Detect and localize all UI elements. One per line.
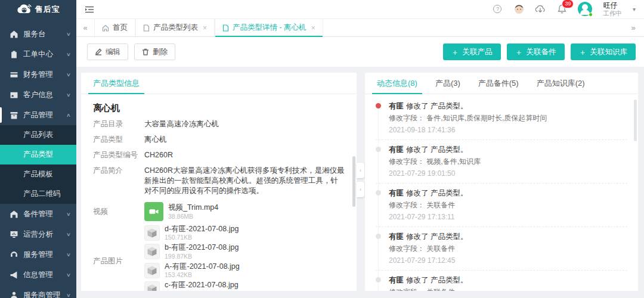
user-menu[interactable]: 旺仔 工作中 bbox=[603, 2, 622, 17]
timeline-dot bbox=[376, 103, 381, 108]
sidebar-nav: 服务台 ∨ 工单中心 ∨ 财务管理 ∨ 客户信息 ∨ 产品管理 bbox=[0, 19, 76, 298]
file-name[interactable]: A-有匪-2021-07-08.jpg bbox=[165, 262, 240, 271]
sidebar-subitem-product-qrcode[interactable]: 产品二维码 bbox=[0, 184, 76, 204]
sidebar-item-spare-parts[interactable]: 备件管理 ∨ bbox=[0, 204, 76, 224]
tab-products[interactable]: 产品(3) bbox=[435, 73, 460, 94]
activity-item: 有匪修改了 产品类型。 修改字段： 视频,备件,知识库 2021-07-29 1… bbox=[376, 145, 627, 184]
tab-spare-parts[interactable]: 产品备件(5) bbox=[478, 73, 519, 94]
activity-action: 修改了 产品类型。 bbox=[406, 232, 467, 241]
clipboard-icon bbox=[10, 50, 18, 58]
brand-name: 售后宝 bbox=[35, 4, 60, 15]
field-row: 产品类型编号CH260R bbox=[93, 150, 345, 160]
sidebar-item-service-management[interactable]: 服务管理 ∨ bbox=[0, 244, 76, 265]
brand-logo: 售后宝 bbox=[0, 0, 76, 19]
file-name[interactable]: d-有匪-2021-07-08.jpg bbox=[165, 225, 239, 233]
activity-actor: 有匪 bbox=[389, 102, 404, 110]
close-icon[interactable]: × bbox=[311, 24, 315, 32]
activity-action: 修改了 产品类型。 bbox=[406, 189, 467, 197]
document-icon bbox=[143, 24, 150, 32]
activity-fields: 修改字段： 关联备件 bbox=[389, 244, 627, 253]
cloud-download-icon[interactable] bbox=[535, 4, 546, 14]
main-area: ? 39 旺仔 工作中 bbox=[76, 0, 644, 298]
sidebar-subitem-product-template[interactable]: 产品模板 bbox=[0, 164, 76, 184]
file-name[interactable]: c-有匪-2021-07-08.jpg bbox=[165, 281, 239, 289]
sidebar-item-service-desk[interactable]: 服务台 ∨ bbox=[0, 24, 76, 44]
field-row: 产品简介CH260R大容量高速冷冻离心机获得多项专利技术，是湘仪最新推出的一款智… bbox=[93, 166, 345, 196]
delete-button[interactable]: 删除 bbox=[134, 44, 175, 60]
top-header: ? 39 旺仔 工作中 bbox=[76, 0, 644, 19]
chevron-down-icon: ∨ bbox=[66, 232, 71, 237]
activity-item: 有匪修改了 产品类型。 修改字段： 关联备件 2021-07-29 17:13:… bbox=[376, 188, 627, 227]
tab-product-type-info[interactable]: 产品类型信息 bbox=[93, 73, 140, 94]
file-name[interactable]: b-有匪-2021-07-08.jpg bbox=[165, 243, 239, 252]
activity-time: 2021-09-18 17:41:36 bbox=[389, 126, 627, 135]
video-file-item[interactable]: 视频_Trim.mp4 38.86MB bbox=[144, 202, 345, 221]
chevron-down-icon: ∨ bbox=[66, 32, 71, 37]
sidebar-item-product-management[interactable]: 产品管理 ∧ bbox=[0, 105, 76, 125]
activity-time: 2021-07-29 17:12:45 bbox=[389, 256, 627, 265]
tab-activity[interactable]: 动态信息(8) bbox=[377, 73, 417, 94]
collapse-right-handle[interactable]: › bbox=[357, 182, 364, 197]
collapse-left-handle[interactable]: ‹ bbox=[357, 163, 364, 178]
chevron-down-icon: ∨ bbox=[66, 272, 71, 278]
file-size: 153.42KB bbox=[165, 271, 240, 278]
activity-fields: 修改字段： 关联备件 bbox=[389, 288, 627, 291]
document-icon bbox=[222, 24, 229, 32]
plus-icon: ＋ bbox=[579, 48, 587, 56]
sidebar-item-finance[interactable]: 财务管理 ∨ bbox=[0, 64, 76, 85]
file-size: 150.71KB bbox=[165, 234, 239, 241]
sidebar-subitem-product-type[interactable]: 产品类型 bbox=[0, 145, 76, 164]
timeline-dot bbox=[376, 234, 381, 239]
user-status: 工作中 bbox=[603, 10, 622, 17]
activity-time: 2021-07-29 17:13:11 bbox=[389, 213, 627, 222]
left-panel-scrollbar[interactable] bbox=[352, 156, 355, 207]
sidebar-item-work-orders[interactable]: 工单中心 ∨ bbox=[0, 44, 76, 64]
right-panel-scrollbar[interactable] bbox=[634, 100, 637, 141]
chart-monitor-icon bbox=[10, 230, 18, 238]
sidebar-item-information[interactable]: 信息管理 ∨ bbox=[0, 265, 76, 285]
support-avatar-icon[interactable] bbox=[513, 4, 524, 14]
sidebar-item-providers[interactable]: 服务商管理 ∨ bbox=[0, 285, 76, 298]
tab-product-type-detail[interactable]: 产品类型详情 - 离心机 × bbox=[215, 19, 323, 36]
image-file-item[interactable]: d-有匪-2021-07-08.jpg 150.71KB bbox=[144, 225, 345, 241]
image-file-item[interactable]: b-有匪-2021-07-08.jpg 199.87KB bbox=[144, 243, 345, 259]
sidebar-subitem-product-list[interactable]: 产品列表 bbox=[0, 125, 76, 145]
link-product-button[interactable]: ＋关联产品 bbox=[443, 44, 501, 60]
home-icon bbox=[10, 30, 18, 38]
online-status-dot bbox=[589, 13, 593, 17]
link-spare-part-button[interactable]: ＋关联备件 bbox=[507, 44, 565, 60]
edit-button[interactable]: 编辑 bbox=[87, 44, 128, 60]
notifications-bell-icon[interactable]: 39 bbox=[556, 4, 567, 14]
activity-action: 修改了 产品类型。 bbox=[406, 102, 467, 110]
activity-action: 修改了 产品类型。 bbox=[406, 145, 467, 154]
sidebar-item-customers[interactable]: 客户信息 ∨ bbox=[0, 85, 76, 105]
finance-card-icon bbox=[10, 70, 18, 79]
headset-icon bbox=[10, 250, 18, 259]
tabs-scroll-right-icon[interactable]: » bbox=[623, 19, 644, 36]
tab-product-type-list[interactable]: 产品类型列表 × bbox=[135, 19, 215, 36]
close-icon[interactable]: × bbox=[203, 24, 207, 32]
video-file-icon bbox=[144, 202, 163, 221]
link-knowledge-base-button[interactable]: ＋关联知识库 bbox=[571, 44, 636, 60]
image-thumbnail bbox=[144, 263, 160, 278]
action-toolbar: 编辑 删除 ＋关联产品 ＋关联备件 ＋关联知识库 bbox=[76, 37, 644, 67]
tab-home[interactable]: 首页 bbox=[94, 19, 135, 36]
field-row: 产品类型离心机 bbox=[93, 135, 345, 144]
cloud-headset-logo-icon bbox=[17, 4, 32, 15]
activity-actor: 有匪 bbox=[389, 189, 404, 197]
file-name[interactable]: 视频_Trim.mp4 bbox=[168, 203, 218, 212]
user-avatar[interactable] bbox=[578, 2, 592, 16]
sidebar-fold-icon[interactable] bbox=[85, 5, 94, 14]
chevron-up-icon: ∧ bbox=[66, 113, 71, 118]
user-name: 旺仔 bbox=[603, 2, 622, 10]
file-size: 199.87KB bbox=[165, 253, 239, 260]
tab-knowledge-base[interactable]: 产品知识库(2) bbox=[537, 73, 585, 94]
sidebar-item-analytics[interactable]: 运营分析 ∨ bbox=[0, 224, 76, 244]
image-file-item[interactable]: c-有匪-2021-07-08.jpg 179.14KB bbox=[144, 281, 345, 291]
help-icon[interactable]: ? bbox=[492, 4, 503, 14]
images-field-row: 产品图片 d-有匪-2021-07-08.jpg 150.71KB bbox=[93, 225, 345, 291]
sidebar: 售后宝 服务台 ∨ 工单中心 ∨ 财务管理 ∨ 客户信息 ∨ bbox=[0, 0, 76, 298]
chevron-down-icon[interactable]: ▾ bbox=[633, 6, 636, 13]
image-file-item[interactable]: A-有匪-2021-07-08.jpg 153.42KB bbox=[144, 262, 345, 278]
tabs-scroll-left-icon[interactable]: « bbox=[76, 19, 94, 36]
